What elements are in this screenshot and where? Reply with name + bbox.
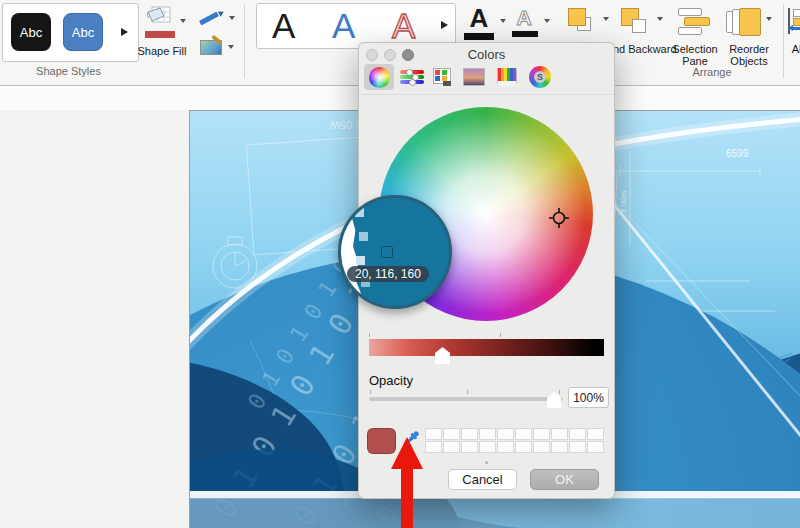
group-divider	[783, 4, 784, 78]
list-row-selected-icon	[684, 17, 710, 26]
brightness-slider-track[interactable]	[369, 339, 604, 356]
image-palettes-icon	[463, 68, 485, 86]
swatch-cell[interactable]	[551, 441, 568, 453]
swatch-cell[interactable]	[443, 428, 460, 440]
tab-color-wheel[interactable]	[364, 64, 394, 90]
pencils-icon	[497, 68, 517, 86]
shape-outline-button[interactable]	[197, 8, 237, 32]
opacity-value-field[interactable]: 100%	[568, 387, 609, 408]
slider-tick	[369, 333, 370, 337]
swatch-cell[interactable]	[569, 428, 586, 440]
loupe-rgb-readout: 20, 116, 160	[347, 266, 429, 282]
swatch-cell[interactable]	[461, 428, 478, 440]
gallery-expand-icon[interactable]	[121, 28, 128, 36]
bring-forward-dropdown-caret[interactable]	[603, 17, 609, 21]
dialog-title: Colors	[359, 47, 614, 62]
pencil-icon	[199, 12, 219, 26]
cancel-button[interactable]: Cancel	[448, 469, 517, 490]
align-bar-icon	[793, 18, 800, 26]
align-arrow-icon	[792, 27, 800, 30]
text-fill-color-bar	[464, 33, 494, 40]
text-outline-color-bar	[512, 31, 538, 37]
blueprint-number: 5.00m	[619, 190, 628, 213]
swatch-cell[interactable]	[533, 441, 550, 453]
layer-front-icon	[739, 8, 761, 36]
paint-bucket-icon	[144, 6, 176, 32]
shape-fill-button[interactable]: Shape Fill	[142, 5, 182, 79]
send-backward-dropdown-caret[interactable]	[657, 17, 663, 21]
swatch-cell[interactable]	[497, 428, 514, 440]
text-outline-dropdown-caret[interactable]	[544, 19, 550, 23]
opacity-label: Opacity	[369, 373, 413, 388]
list-row-icon	[678, 27, 702, 35]
saved-swatches-grid[interactable]	[425, 428, 604, 453]
swatch-cell[interactable]	[587, 441, 604, 453]
shape-style-blue[interactable]: Abc	[63, 13, 103, 51]
align-arrow-head-icon	[788, 25, 793, 31]
magnified-pixel	[359, 232, 368, 241]
align-button[interactable]: Align	[788, 6, 800, 80]
swatch-cell[interactable]	[479, 441, 496, 453]
opacity-slider-track[interactable]	[369, 397, 563, 401]
tab-pencils[interactable]	[492, 64, 522, 90]
reflection-overlay	[190, 499, 800, 528]
swatch-cell[interactable]	[533, 428, 550, 440]
magnified-pixel	[356, 256, 365, 265]
annotation-arrow-shape	[391, 437, 423, 528]
align-label: Align	[784, 44, 800, 56]
front-square-icon	[568, 8, 586, 26]
swatch-cell[interactable]	[569, 441, 586, 453]
opacity-slider-thumb[interactable]	[547, 392, 561, 408]
text-fill-color-button[interactable]: A	[462, 5, 508, 45]
slider-tick	[370, 390, 371, 394]
toolbar-divider	[359, 94, 614, 95]
tab-color-sliders[interactable]	[397, 64, 427, 90]
group-divider	[244, 4, 245, 78]
loupe-target-square	[381, 246, 393, 258]
shape-outline-dropdown-caret[interactable]	[229, 16, 235, 20]
swatch-cell[interactable]	[479, 428, 496, 440]
swatch-cell[interactable]	[425, 441, 442, 453]
color-crosshair-icon	[549, 208, 569, 228]
swatch-cell[interactable]	[497, 441, 514, 453]
plugin-sphere-icon: S	[529, 66, 551, 88]
plugin-letter: S	[534, 71, 546, 83]
text-fill-letter: A	[465, 5, 493, 31]
align-bar-icon	[793, 9, 800, 17]
shape-style-label: Abc	[72, 25, 94, 40]
arrange-group-label: Arrange	[660, 66, 764, 78]
shape-effects-dropdown-caret[interactable]	[228, 45, 234, 49]
shape-fill-dropdown-caret[interactable]	[180, 19, 186, 23]
text-outline-letter: A	[512, 7, 536, 29]
color-palettes-icon	[433, 68, 451, 86]
swatch-cell[interactable]	[551, 428, 568, 440]
shape-effects-button[interactable]	[200, 38, 240, 58]
resize-dot	[485, 461, 488, 464]
tab-color-palettes[interactable]	[427, 64, 457, 90]
slider-tick	[559, 390, 560, 394]
shape-style-black[interactable]: Abc	[11, 13, 51, 51]
tab-image-palettes[interactable]	[459, 64, 489, 90]
swatch-cell[interactable]	[515, 441, 532, 453]
swatch-cell[interactable]	[443, 441, 460, 453]
wordart-style-red[interactable]: A	[392, 8, 415, 43]
blueprint-number: 6599	[726, 148, 749, 159]
wordart-style-blue[interactable]: A	[332, 8, 355, 43]
swatch-cell[interactable]	[515, 428, 532, 440]
reorder-objects-label: Reorder Objects	[713, 44, 785, 67]
front-square-icon	[632, 19, 646, 33]
text-fill-dropdown-caret[interactable]	[500, 19, 506, 23]
swatch-cell[interactable]	[461, 441, 478, 453]
reorder-objects-dropdown-caret[interactable]	[766, 17, 772, 21]
slider-tick	[500, 333, 501, 337]
color-wheel-icon	[369, 67, 390, 88]
bring-forward-button[interactable]	[566, 6, 610, 38]
swatch-cell[interactable]	[587, 428, 604, 440]
ok-button[interactable]: OK	[530, 469, 599, 490]
text-outline-color-button[interactable]: A	[510, 7, 554, 45]
application-window: Abc Abc Shape Styles Shape Fill	[0, 0, 800, 528]
gallery-expand-icon[interactable]	[441, 21, 448, 29]
wordart-style-black[interactable]: A	[272, 8, 295, 43]
swatch-cell[interactable]	[425, 428, 442, 440]
tab-color-plugin[interactable]: S	[525, 64, 555, 90]
